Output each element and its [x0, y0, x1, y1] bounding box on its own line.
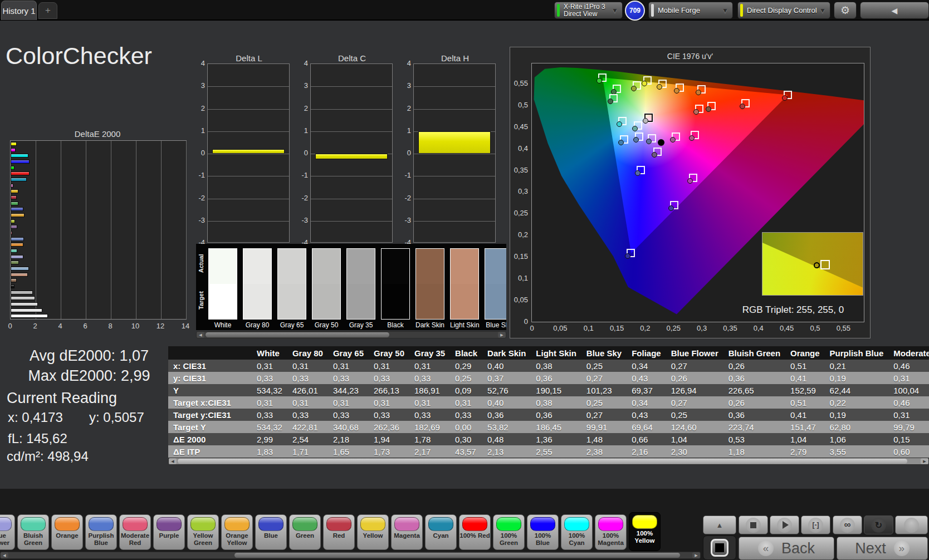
patch-button-green[interactable]: Green	[289, 514, 321, 550]
table-cell: 52,76	[482, 384, 531, 396]
patch-button-orange-yellow[interactable]: Orange Yellow	[221, 514, 253, 550]
scrollbar-thumb[interactable]	[206, 332, 389, 337]
gridline	[86, 141, 86, 319]
table-cell: 0,26	[666, 372, 723, 384]
patch-button-100-blue[interactable]: 100% Blue	[527, 514, 559, 550]
patch-button-yellow[interactable]: Yellow	[357, 514, 389, 550]
patch-button-red[interactable]: Red	[323, 514, 355, 550]
history-tab[interactable]: History 1	[1, 1, 37, 20]
patch-button-cyan[interactable]: Cyan	[425, 514, 457, 550]
colorspace-badge[interactable]: 709	[625, 1, 645, 21]
patch-button-100-yellow[interactable]: 100% Yellow	[629, 512, 661, 551]
table-cell: 0,40	[482, 360, 531, 372]
table-cell: 534,32	[252, 421, 287, 433]
de2000-bar-magenta	[11, 184, 13, 188]
patch-color-swatch	[55, 517, 80, 531]
row-label: y: CIE31	[168, 372, 252, 384]
x-axis-tick-label: 14	[177, 322, 194, 330]
patch-button-purplish-blue[interactable]: Purplish Blue	[85, 514, 117, 550]
x-axis-tick-label: 12	[152, 322, 169, 330]
patch-button-bluish-green[interactable]: Bluish Green	[17, 514, 49, 550]
y-axis-tick-label: 4	[298, 59, 308, 67]
patch-button-100-green[interactable]: 100% Green	[493, 514, 525, 550]
add-tab-button[interactable]: +	[38, 2, 57, 19]
y-axis-tick-label: -3	[298, 216, 308, 224]
settings-button[interactable]: ⚙	[834, 2, 857, 19]
table-cell: 0,31	[252, 360, 287, 372]
table-cell: 2,17	[409, 445, 450, 458]
scroll-up-button[interactable]: ▲	[703, 515, 736, 534]
patch-button-purple[interactable]: Purple	[153, 514, 185, 550]
patch-button-blue-flower[interactable]: Blue Flower	[0, 514, 15, 550]
cie-target-point-4	[658, 80, 667, 88]
table-cell: 3,55	[825, 445, 889, 458]
back-button[interactable]: « Back	[739, 537, 834, 560]
patch-button-moderate-red[interactable]: Moderate Red	[119, 514, 151, 550]
scroll-left-arrow-icon[interactable]: ◀	[1, 552, 8, 558]
patch-button-blue[interactable]: Blue	[255, 514, 287, 550]
next-button[interactable]: Next »	[837, 537, 928, 560]
table-cell: 2,18	[328, 433, 369, 445]
scrollbar-thumb[interactable]	[234, 553, 680, 558]
deltae2000-chart: DeltaE 2000 02468101214	[4, 129, 190, 332]
patch-button-100-red[interactable]: 100% Red	[459, 514, 491, 550]
meter-dropdown[interactable]: X-Rite i1Pro 3Direct View ▼	[554, 2, 623, 19]
column-header: Foliage	[627, 346, 666, 360]
cie-measured-dot	[782, 95, 788, 101]
gridline	[36, 141, 36, 319]
cie-measured-dot	[652, 152, 657, 158]
refresh-button[interactable]: ↻	[864, 515, 893, 534]
collapse-panel-button[interactable]: ◀	[860, 2, 929, 19]
y-axis-tick-label: -2	[401, 194, 411, 202]
table-cell: 0,27	[581, 372, 627, 384]
table-cell: 0,43	[627, 372, 666, 384]
scrollbar-thumb[interactable]	[178, 459, 907, 464]
patch-button-100-magenta[interactable]: 100% Magenta	[595, 514, 627, 550]
table-cell: 0,33	[409, 372, 450, 384]
patch-button-orange[interactable]: Orange	[51, 514, 83, 550]
table-cell: 226,65	[723, 384, 785, 396]
x-axis-tick-label: 0,2	[633, 324, 657, 332]
blank-button[interactable]	[895, 515, 928, 534]
scroll-right-arrow-icon[interactable]: ▶	[921, 458, 928, 464]
source-dropdown[interactable]: Mobile Forge ▼	[648, 2, 733, 19]
scroll-right-arrow-icon[interactable]: ▶	[692, 552, 700, 558]
table-cell: 182,69	[409, 421, 450, 433]
gridline	[311, 221, 392, 222]
scroll-right-arrow-icon[interactable]: ▶	[498, 332, 506, 338]
scroll-left-arrow-icon[interactable]: ◀	[197, 332, 204, 338]
patch-button-yellow-green[interactable]: Yellow Green	[187, 514, 219, 550]
table-cell: 0,27	[581, 409, 627, 421]
table-cell: 0,31	[888, 372, 929, 384]
y-axis-tick-label: 0,15	[510, 252, 532, 261]
step-button[interactable]: [-]	[801, 515, 830, 534]
de2000-bar-gray-80	[11, 308, 42, 312]
rgb-triplet-readout: RGB Triplet: 255, 255, 0	[722, 304, 864, 316]
chevron-double-right-icon: »	[894, 541, 910, 556]
gridline	[311, 131, 392, 132]
patch-strip-scrollbar[interactable]: ◀ ▶	[196, 331, 506, 338]
row-label: Target Y	[168, 421, 252, 433]
patch-button-magenta[interactable]: Magenta	[391, 514, 423, 550]
y-axis-tick-label: 2	[401, 104, 411, 112]
patch-window-button[interactable]	[703, 536, 736, 560]
patch-bar-scrollbar[interactable]: ◀ ▶	[0, 552, 701, 559]
play-button[interactable]	[770, 515, 799, 534]
patch-color-swatch	[0, 517, 12, 531]
loop-button[interactable]: ∞	[833, 515, 862, 534]
table-scrollbar[interactable]: ◀ ▶	[168, 458, 929, 465]
y-axis-tick-label: 0,1	[510, 274, 532, 282]
patch-preview-gray-80: Gray 80	[243, 248, 272, 329]
scroll-left-arrow-icon[interactable]: ◀	[169, 458, 177, 464]
table-cell: 1,78	[409, 433, 450, 445]
chevron-down-icon: ▼	[819, 7, 826, 14]
patch-button-100-cyan[interactable]: 100% Cyan	[561, 514, 593, 550]
patch-swatch	[485, 248, 506, 320]
target-axis-label: Target	[198, 298, 204, 310]
y-axis-tick-label: 2	[195, 104, 205, 112]
colorspace-badge-label: 709	[629, 7, 640, 14]
stop-button[interactable]	[739, 515, 768, 534]
table-cell: 223,74	[723, 421, 785, 433]
workflow-dropdown[interactable]: Direct Display Control ▼	[737, 2, 830, 19]
patch-button-label: Blue Flower	[0, 532, 14, 546]
